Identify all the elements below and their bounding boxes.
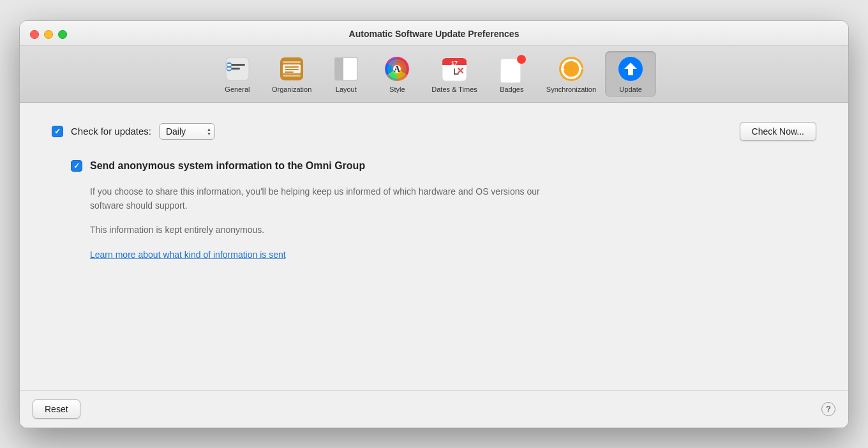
- style-icon: A: [383, 55, 411, 83]
- update-check-row: Check for updates: Daily Hourly Weekly C…: [52, 122, 816, 141]
- minimize-button[interactable]: [44, 30, 53, 39]
- general-label: General: [225, 86, 250, 93]
- svg-rect-10: [283, 75, 301, 77]
- preferences-window: Automatic Software Update Preferences Ge…: [19, 20, 849, 428]
- check-updates-label: Check for updates:: [71, 126, 151, 137]
- info-paragraph-1: If you choose to share this information,…: [90, 184, 569, 213]
- svg-rect-6: [227, 68, 231, 70]
- layout-icon: [332, 55, 360, 83]
- svg-rect-11: [285, 66, 299, 68]
- svg-text:A: A: [394, 64, 401, 74]
- info-paragraph-2: This information is kept entirely anonym…: [90, 223, 569, 237]
- window-controls: [30, 30, 67, 39]
- badges-icon: [498, 55, 526, 83]
- svg-rect-1: [230, 64, 245, 66]
- style-label: Style: [389, 86, 405, 93]
- organization-icon: [278, 55, 306, 83]
- synchronization-label: Synchronization: [546, 86, 596, 93]
- maximize-button[interactable]: [58, 30, 67, 39]
- sidebar-item-dates-times[interactable]: 17 Dates & Times: [423, 51, 486, 97]
- content-area: Check for updates: Daily Hourly Weekly C…: [20, 103, 848, 390]
- sidebar-item-organization[interactable]: Organization: [263, 51, 320, 97]
- svg-rect-13: [285, 71, 294, 73]
- anonymous-section: Send anonymous system information to the…: [52, 160, 816, 262]
- info-text: If you choose to share this information,…: [71, 184, 569, 262]
- sidebar-item-layout[interactable]: Layout: [320, 51, 371, 97]
- update-label: Update: [619, 86, 641, 93]
- svg-rect-12: [285, 69, 299, 70]
- dates-times-icon: 17: [440, 55, 468, 83]
- svg-rect-16: [334, 57, 343, 80]
- toolbar: General Organization: [20, 46, 848, 103]
- anon-checkbox-row: Send anonymous system information to the…: [71, 160, 816, 172]
- sidebar-item-general[interactable]: General: [212, 51, 263, 97]
- badges-label: Badges: [500, 86, 523, 93]
- synchronization-icon: [557, 55, 585, 83]
- update-icon: [617, 55, 645, 83]
- layout-label: Layout: [336, 86, 357, 93]
- reset-button[interactable]: Reset: [33, 399, 80, 419]
- badge-dot: [517, 55, 526, 64]
- svg-rect-4: [227, 64, 231, 66]
- svg-rect-8: [283, 61, 301, 63]
- general-icon: [223, 55, 251, 83]
- dates-times-label: Dates & Times: [431, 86, 477, 93]
- sidebar-item-synchronization[interactable]: Synchronization: [537, 51, 605, 97]
- help-button[interactable]: ?: [821, 402, 835, 416]
- check-updates-checkbox[interactable]: [52, 126, 63, 137]
- close-button[interactable]: [30, 30, 39, 39]
- frequency-select[interactable]: Daily Hourly Weekly: [159, 123, 215, 140]
- organization-label: Organization: [272, 86, 311, 93]
- window-title: Automatic Software Update Preferences: [30, 29, 838, 45]
- learn-more-link[interactable]: Learn more about what kind of informatio…: [90, 250, 286, 260]
- title-bar: Automatic Software Update Preferences: [20, 21, 848, 46]
- frequency-select-wrapper: Daily Hourly Weekly: [159, 123, 215, 140]
- anon-checkbox[interactable]: [71, 160, 82, 172]
- bottom-bar: Reset ?: [20, 390, 848, 428]
- sidebar-item-badges[interactable]: Badges: [486, 51, 537, 97]
- check-now-button[interactable]: Check Now...: [740, 122, 816, 141]
- sidebar-item-style[interactable]: A Style: [371, 51, 423, 97]
- anon-label: Send anonymous system information to the…: [90, 160, 365, 172]
- sidebar-item-update[interactable]: Update: [605, 51, 656, 97]
- svg-text:17: 17: [451, 60, 458, 66]
- update-check-left: Check for updates: Daily Hourly Weekly: [52, 123, 215, 140]
